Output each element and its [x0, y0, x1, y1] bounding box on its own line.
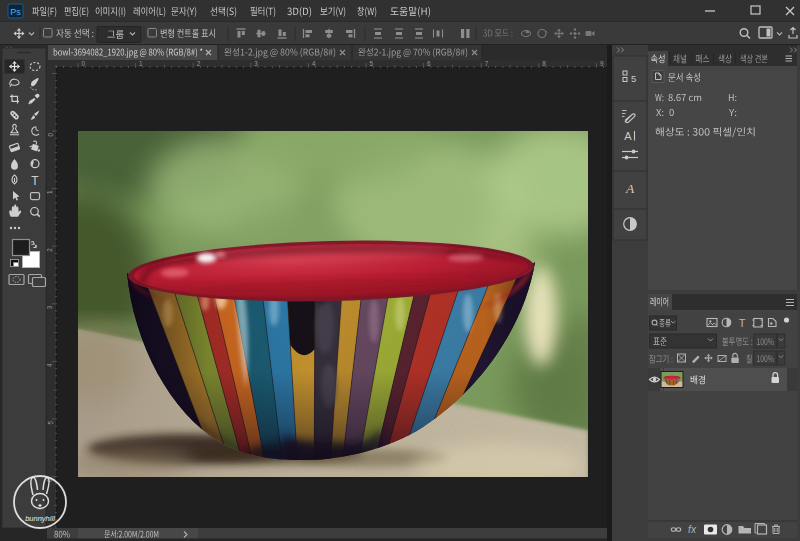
- svg-text:fx: fx: [688, 524, 697, 535]
- svg-text:5: 5: [631, 73, 636, 84]
- svg-text:5: 5: [47, 421, 54, 425]
- svg-text:6: 6: [427, 60, 431, 67]
- svg-text:5: 5: [370, 60, 374, 67]
- svg-text:8: 8: [542, 60, 546, 67]
- svg-text:3: 3: [254, 60, 258, 67]
- svg-text:Ps: Ps: [10, 7, 21, 17]
- svg-text:1: 1: [47, 190, 54, 194]
- svg-text:T: T: [739, 317, 746, 329]
- svg-text:bunnyhill: bunnyhill: [25, 514, 55, 523]
- svg-text:A: A: [624, 130, 632, 142]
- svg-text:4: 4: [47, 363, 54, 367]
- svg-text:0: 0: [82, 60, 86, 67]
- svg-text:7: 7: [485, 60, 489, 67]
- svg-text:3: 3: [47, 305, 54, 309]
- svg-text:0: 0: [47, 133, 54, 137]
- svg-text:2: 2: [47, 248, 54, 252]
- svg-text:4: 4: [312, 60, 316, 67]
- svg-text:1: 1: [139, 60, 143, 67]
- svg-text:T: T: [31, 174, 39, 188]
- svg-text:2: 2: [197, 60, 201, 67]
- svg-text:9: 9: [600, 60, 604, 67]
- svg-text:A: A: [625, 181, 635, 196]
